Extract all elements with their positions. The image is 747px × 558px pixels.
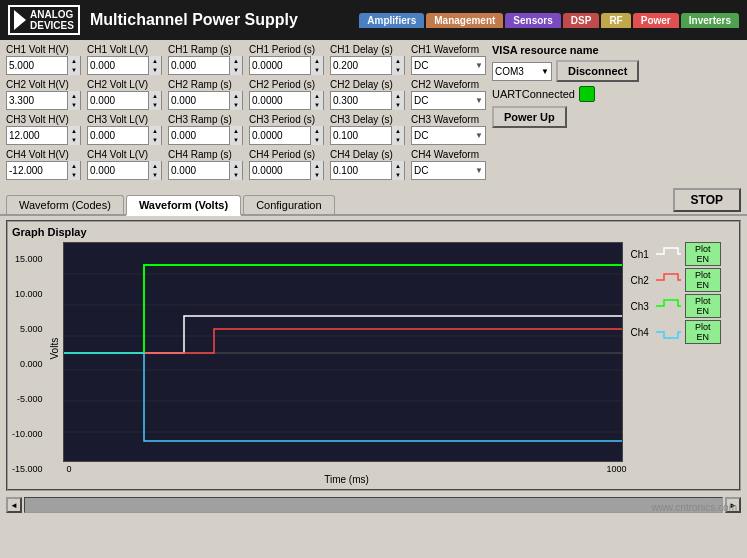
ch2-delay-down[interactable]: ▼ <box>392 101 404 111</box>
tab-waveform-codes[interactable]: Waveform (Codes) <box>6 195 124 214</box>
ch3-ramp-up[interactable]: ▲ <box>230 126 242 136</box>
scroll-track[interactable] <box>24 497 723 513</box>
ch4-ramp-down[interactable]: ▼ <box>230 171 242 181</box>
ch4-delay-input[interactable]: ▲▼ <box>330 161 405 180</box>
ch4-period-field[interactable] <box>250 165 310 176</box>
ch4-delay-down[interactable]: ▼ <box>392 171 404 181</box>
ch4-period-up[interactable]: ▲ <box>311 161 323 171</box>
ch2-volt-h-up[interactable]: ▲ <box>68 91 80 101</box>
ch2-volt-h-field[interactable] <box>7 95 67 106</box>
ch1-ramp-up[interactable]: ▲ <box>230 56 242 66</box>
ch4-volt-h-down[interactable]: ▼ <box>68 171 80 181</box>
ch3-period-down[interactable]: ▼ <box>311 136 323 146</box>
plot-en-ch4-button[interactable]: Plot EN <box>685 320 720 344</box>
nav-sensors[interactable]: Sensors <box>505 13 560 28</box>
ch4-volt-l-up[interactable]: ▲ <box>149 161 161 171</box>
ch1-period-up[interactable]: ▲ <box>311 56 323 66</box>
ch3-waveform-select[interactable]: DC ▼ <box>411 126 486 145</box>
ch2-delay-field[interactable] <box>331 95 391 106</box>
ch3-delay-down[interactable]: ▼ <box>392 136 404 146</box>
ch3-ramp-input[interactable]: ▲▼ <box>168 126 243 145</box>
ch1-volt-l-down[interactable]: ▼ <box>149 66 161 76</box>
stop-button[interactable]: STOP <box>673 188 741 212</box>
ch4-period-down[interactable]: ▼ <box>311 171 323 181</box>
tab-waveform-volts[interactable]: Waveform (Volts) <box>126 195 241 216</box>
ch1-volt-h-field[interactable] <box>7 60 67 71</box>
ch4-volt-h-field[interactable] <box>7 165 67 176</box>
ch2-period-field[interactable] <box>250 95 310 106</box>
ch1-volt-l-input[interactable]: ▲▼ <box>87 56 162 75</box>
ch3-volt-l-field[interactable] <box>88 130 148 141</box>
ch4-volt-l-down[interactable]: ▼ <box>149 171 161 181</box>
ch4-delay-field[interactable] <box>331 165 391 176</box>
ch2-volt-l-down[interactable]: ▼ <box>149 101 161 111</box>
ch1-volt-h-input[interactable]: ▲ ▼ <box>6 56 81 75</box>
power-up-button[interactable]: Power Up <box>492 106 567 128</box>
ch1-ramp-input[interactable]: ▲▼ <box>168 56 243 75</box>
ch2-volt-l-field[interactable] <box>88 95 148 106</box>
ch3-period-field[interactable] <box>250 130 310 141</box>
ch1-ramp-down[interactable]: ▼ <box>230 66 242 76</box>
plot-en-ch1-button[interactable]: Plot EN <box>685 242 720 266</box>
ch3-ramp-down[interactable]: ▼ <box>230 136 242 146</box>
ch3-ramp-field[interactable] <box>169 130 229 141</box>
scroll-left-button[interactable]: ◄ <box>6 497 22 513</box>
ch3-volt-l-down[interactable]: ▼ <box>149 136 161 146</box>
ch2-volt-h-down[interactable]: ▼ <box>68 101 80 111</box>
ch4-delay-up[interactable]: ▲ <box>392 161 404 171</box>
nav-amplifiers[interactable]: Amplifiers <box>359 13 424 28</box>
ch2-delay-input[interactable]: ▲▼ <box>330 91 405 110</box>
nav-inverters[interactable]: Inverters <box>681 13 739 28</box>
ch1-volt-l-up[interactable]: ▲ <box>149 56 161 66</box>
ch2-waveform-select[interactable]: DC ▼ <box>411 91 486 110</box>
ch4-ramp-up[interactable]: ▲ <box>230 161 242 171</box>
tab-configuration[interactable]: Configuration <box>243 195 334 214</box>
ch3-volt-h-down[interactable]: ▼ <box>68 136 80 146</box>
ch3-volt-l-input[interactable]: ▲▼ <box>87 126 162 145</box>
ch4-period-input[interactable]: ▲▼ <box>249 161 324 180</box>
ch4-ramp-input[interactable]: ▲▼ <box>168 161 243 180</box>
ch3-period-input[interactable]: ▲▼ <box>249 126 324 145</box>
ch3-delay-field[interactable] <box>331 130 391 141</box>
ch4-volt-l-field[interactable] <box>88 165 148 176</box>
ch1-delay-up[interactable]: ▲ <box>392 56 404 66</box>
ch4-ramp-field[interactable] <box>169 165 229 176</box>
ch1-delay-input[interactable]: ▲▼ <box>330 56 405 75</box>
ch1-volt-h-up[interactable]: ▲ <box>68 56 80 66</box>
nav-management[interactable]: Management <box>426 13 503 28</box>
ch3-period-up[interactable]: ▲ <box>311 126 323 136</box>
ch2-volt-h-input[interactable]: ▲ ▼ <box>6 91 81 110</box>
ch3-volt-h-up[interactable]: ▲ <box>68 126 80 136</box>
ch1-ramp-field[interactable] <box>169 60 229 71</box>
ch2-ramp-input[interactable]: ▲▼ <box>168 91 243 110</box>
nav-power[interactable]: Power <box>633 13 679 28</box>
plot-en-ch2-button[interactable]: Plot EN <box>685 268 720 292</box>
ch1-volt-h-down[interactable]: ▼ <box>68 66 80 76</box>
ch3-volt-l-up[interactable]: ▲ <box>149 126 161 136</box>
ch4-volt-h-input[interactable]: ▲ ▼ <box>6 161 81 180</box>
ch2-period-up[interactable]: ▲ <box>311 91 323 101</box>
ch2-volt-l-input[interactable]: ▲▼ <box>87 91 162 110</box>
ch4-waveform-select[interactable]: DC ▼ <box>411 161 486 180</box>
ch1-period-input[interactable]: ▲▼ <box>249 56 324 75</box>
ch2-ramp-field[interactable] <box>169 95 229 106</box>
nav-dsp[interactable]: DSP <box>563 13 600 28</box>
ch3-delay-up[interactable]: ▲ <box>392 126 404 136</box>
ch2-ramp-up[interactable]: ▲ <box>230 91 242 101</box>
ch1-period-field[interactable] <box>250 60 310 71</box>
ch2-delay-up[interactable]: ▲ <box>392 91 404 101</box>
ch3-volt-h-field[interactable] <box>7 130 67 141</box>
ch2-period-down[interactable]: ▼ <box>311 101 323 111</box>
ch3-volt-h-input[interactable]: ▲ ▼ <box>6 126 81 145</box>
ch1-volt-l-field[interactable] <box>88 60 148 71</box>
ch1-delay-field[interactable] <box>331 60 391 71</box>
ch4-volt-h-up[interactable]: ▲ <box>68 161 80 171</box>
ch2-volt-l-up[interactable]: ▲ <box>149 91 161 101</box>
ch1-delay-down[interactable]: ▼ <box>392 66 404 76</box>
ch3-delay-input[interactable]: ▲▼ <box>330 126 405 145</box>
disconnect-button[interactable]: Disconnect <box>556 60 639 82</box>
ch2-ramp-down[interactable]: ▼ <box>230 101 242 111</box>
nav-rf[interactable]: RF <box>601 13 630 28</box>
visa-com-select[interactable]: COM3 ▼ <box>492 62 552 81</box>
ch4-volt-l-input[interactable]: ▲▼ <box>87 161 162 180</box>
